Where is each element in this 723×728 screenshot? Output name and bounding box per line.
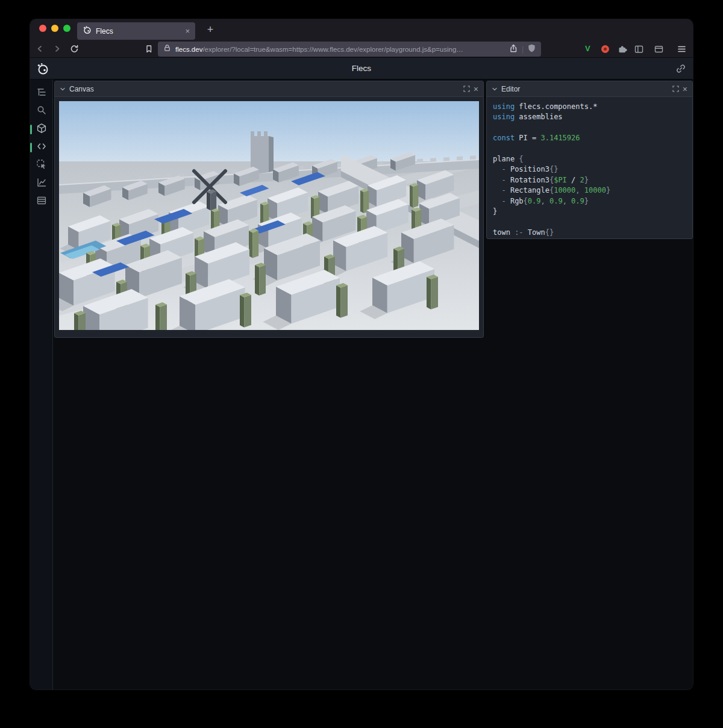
expand-icon[interactable] [463,84,470,95]
explorer-content: Canvas × [30,79,693,689]
extension-v-icon[interactable]: V [585,44,595,54]
sidebar-toggle-icon[interactable] [634,44,643,54]
search-icon [36,105,47,118]
code-line: const PI = 3.1415926 [493,133,686,143]
code-line [493,217,686,227]
code-line [493,144,686,154]
url-bar[interactable]: flecs.dev/explorer/?local=true&wasm=http… [158,42,541,57]
close-window-button[interactable] [39,25,46,32]
code-line: town :- Town{} [493,228,686,238]
new-tab-button[interactable]: + [202,22,218,38]
stats-icon [36,177,47,190]
toolbar-separator: | [522,45,524,54]
canvas-panel: Canvas × [54,81,484,338]
url-text: flecs.dev/explorer/?local=true&wasm=http… [175,46,505,53]
editor-code-icon [36,141,47,154]
bookmark-icon[interactable] [144,44,154,54]
minimize-window-button[interactable] [51,25,58,32]
sidebar-item-editor-code[interactable] [30,138,53,157]
canvas-icon [36,123,47,136]
extension-red-icon[interactable] [601,45,609,53]
forward-button[interactable] [52,44,62,54]
editor-code[interactable]: using flecs.components.*using assemblies… [487,97,692,243]
shield-icon[interactable] [527,43,536,55]
editor-panel-header: Editor × [487,81,692,97]
sidebar-item-inspector[interactable] [30,157,53,175]
lock-icon [163,43,172,55]
code-line: - Rgb{0.9, 0.9, 0.9} [493,196,686,207]
sidebar [30,79,53,689]
flecs-favicon [83,25,92,37]
share-icon[interactable] [509,43,518,55]
queries-icon [36,195,47,208]
sidebar-item-stats[interactable] [30,175,53,193]
browser-toolbar: flecs.dev/explorer/?local=true&wasm=http… [30,40,693,58]
active-indicator [30,143,32,152]
editor-panel-title: Editor [501,85,520,93]
canvas-panel-title: Canvas [69,85,94,93]
inspector-icon [36,159,47,172]
sidebar-item-entity-tree[interactable] [30,84,53,102]
entity-tree-icon [36,87,47,100]
code-line: plane { [493,154,686,164]
tab-close-icon[interactable]: × [185,27,190,35]
container-tab-icon[interactable] [654,44,663,54]
extensions-puzzle-icon[interactable] [617,44,627,54]
sidebar-item-canvas[interactable] [30,120,53,138]
active-indicator [30,125,32,134]
zoom-window-button[interactable] [63,25,70,32]
close-icon[interactable]: × [474,85,478,93]
url-domain: flecs.dev [175,46,202,53]
menu-hamburger-icon[interactable] [677,44,686,54]
link-icon[interactable] [675,63,687,77]
app-header: Flecs [30,58,693,79]
code-line [493,123,686,133]
chevron-down-icon[interactable] [492,84,498,95]
sidebar-item-queries[interactable] [30,193,53,211]
page-title: Flecs [30,58,693,79]
browser-window: Flecs × + flecs.dev/explorer/?local=true… [30,19,693,689]
canvas-panel-header: Canvas × [55,81,483,97]
browser-tab-bar: Flecs × + [30,19,693,40]
editor-panel: Editor × using flecs.components.*using a… [486,81,693,239]
expand-icon[interactable] [672,84,679,95]
browser-tab[interactable]: Flecs × [77,22,195,40]
code-line: - Position3{} [493,164,686,175]
code-line: } [493,207,686,217]
code-line: - Rotation3{$PI / 2} [493,175,686,185]
3d-town-scene [59,101,479,330]
reload-button[interactable] [69,44,79,54]
code-line: using flecs.components.* [493,102,686,112]
back-button[interactable] [35,44,45,54]
code-line: - Rectangle{10000, 10000} [493,185,686,196]
code-line: using assemblies [493,112,686,122]
close-icon[interactable]: × [683,85,687,93]
chevron-down-icon[interactable] [60,84,66,95]
canvas-viewport[interactable] [59,101,479,330]
tab-title: Flecs [96,27,181,36]
url-path: /explorer/?local=true&wasm=https://www.f… [202,46,463,53]
sidebar-item-search[interactable] [30,102,53,120]
